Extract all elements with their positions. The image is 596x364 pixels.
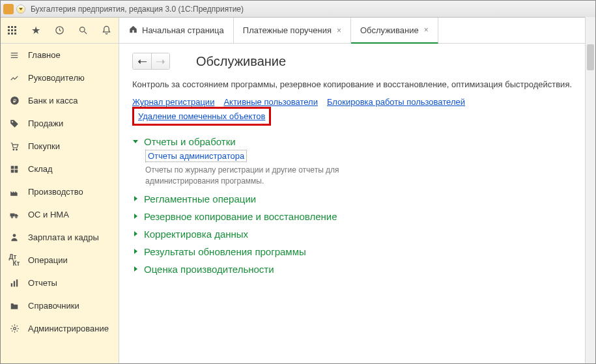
chevron-right-icon: [132, 229, 140, 239]
tab-0[interactable]: Начальная страница: [119, 18, 234, 43]
boxes-icon: [8, 163, 20, 175]
section-title: Оценка производительности: [144, 264, 274, 275]
chart-icon: [8, 72, 20, 84]
sidebar-item-4[interactable]: Покупки: [1, 135, 119, 158]
sidebar-item-3[interactable]: Продажи: [1, 112, 119, 135]
back-button[interactable]: 🠐: [133, 53, 151, 69]
search-icon[interactable]: [72, 18, 95, 43]
top-link-3[interactable]: Удаление помеченных объектов: [132, 107, 271, 126]
top-link-0[interactable]: Журнал регистрации: [132, 97, 214, 107]
svg-rect-1: [11, 26, 13, 28]
section-5: Оценка производительности: [132, 264, 582, 275]
cart-icon: [8, 141, 20, 152]
tabs-row: Начальная страницаПлатежные поручения×Об…: [119, 18, 595, 44]
sidebar-item-label: Банк и касса: [28, 96, 78, 105]
svg-point-27: [13, 234, 16, 237]
section-header-2[interactable]: Резервное копирование и восстановление: [132, 211, 582, 222]
scrollbar[interactable]: [585, 17, 595, 363]
sidebar-item-label: Производство: [28, 187, 83, 197]
star-icon[interactable]: ★: [24, 18, 48, 43]
top-links: Журнал регистрацииАктивные пользователиБ…: [132, 97, 582, 126]
page-description: Контроль за состоянием программы, резерв…: [132, 79, 582, 91]
gear-icon: [8, 323, 20, 335]
svg-rect-30: [16, 279, 18, 287]
svg-rect-8: [14, 33, 16, 35]
svg-text:₽: ₽: [13, 98, 16, 104]
top-link-1[interactable]: Активные пользователи: [223, 97, 318, 107]
section-header-3[interactable]: Корректировка данных: [132, 229, 582, 240]
section-title: Отчеты и обработки: [144, 136, 236, 147]
chevron-down-icon: [132, 137, 140, 147]
title-dropdown-button[interactable]: [16, 5, 25, 14]
history-icon[interactable]: [48, 18, 71, 43]
sidebar-item-10[interactable]: Отчеты: [1, 272, 119, 294]
sidebar-item-label: Зарплата и кадры: [28, 232, 99, 242]
section-title: Регламентные операции: [144, 193, 256, 204]
section-header-1[interactable]: Регламентные операции: [132, 193, 582, 204]
svg-line-11: [85, 31, 87, 34]
sidebar-item-11[interactable]: Справочники: [1, 294, 119, 317]
tab-2[interactable]: Обслуживание×: [351, 18, 438, 44]
scrollbar-thumb[interactable]: [587, 44, 594, 70]
section-title: Корректировка данных: [144, 229, 248, 240]
sidebar-item-9[interactable]: ДтКтОперации: [1, 249, 119, 272]
sidebar-item-1[interactable]: Руководителю: [1, 66, 119, 89]
factory-icon: [8, 186, 20, 198]
sidebar-item-7[interactable]: ОС и НМА: [1, 203, 119, 226]
sidebar-item-label: Главное: [28, 50, 61, 60]
tab-1[interactable]: Платежные поручения×: [234, 18, 351, 43]
sidebar-item-6[interactable]: Производство: [1, 180, 119, 203]
close-icon[interactable]: ×: [337, 26, 341, 35]
page-body: 🠐 🠒 Обслуживание Контроль за состоянием …: [119, 44, 595, 290]
tab-label: Платежные поручения: [243, 25, 332, 35]
section-title: Результаты обновления программы: [144, 246, 306, 257]
sidebar-item-12[interactable]: Администрирование: [1, 317, 119, 340]
section-header-0[interactable]: Отчеты и обработки: [132, 136, 582, 147]
person-icon: [8, 232, 20, 244]
section-4: Результаты обновления программы: [132, 246, 582, 257]
apps-icon[interactable]: [1, 18, 24, 43]
close-icon[interactable]: ×: [424, 25, 429, 35]
bell-icon[interactable]: [95, 18, 119, 43]
svg-point-31: [13, 328, 16, 330]
svg-rect-6: [8, 33, 10, 35]
section-header-5[interactable]: Оценка производительности: [132, 264, 582, 275]
svg-rect-7: [11, 33, 13, 35]
admin-reports-link[interactable]: Отчеты администратора: [145, 150, 247, 162]
svg-rect-21: [15, 165, 18, 169]
svg-rect-29: [14, 281, 15, 287]
chevron-right-icon: [132, 247, 140, 257]
top-link-2[interactable]: Блокировка работы пользователей: [327, 97, 465, 107]
svg-rect-20: [11, 165, 14, 169]
section-0: Отчеты и обработкиОтчеты администратораО…: [132, 136, 582, 187]
sidebar-item-label: Продажи: [28, 119, 63, 128]
svg-point-25: [11, 216, 12, 217]
svg-point-10: [80, 27, 85, 33]
sidebar-item-0[interactable]: Главное: [1, 44, 119, 66]
forward-button[interactable]: 🠒: [151, 53, 169, 69]
sidebar-item-label: Склад: [28, 164, 53, 174]
sidebar-toolbar: ★: [1, 18, 119, 44]
section-header-4[interactable]: Результаты обновления программы: [132, 246, 582, 257]
content-area: Начальная страницаПлатежные поручения×Об…: [119, 18, 595, 363]
sidebar-item-label: Администрирование: [28, 324, 109, 333]
sidebar-item-label: ОС и НМА: [28, 210, 69, 219]
section-sub-desc: Отчеты по журналу регистрации и другие о…: [145, 165, 393, 187]
sidebar: ★ ГлавноеРуководителю₽Банк и кассаПродаж…: [1, 18, 119, 363]
sidebar-item-2[interactable]: ₽Банк и касса: [1, 89, 119, 112]
section-title: Резервное копирование и восстановление: [144, 211, 337, 222]
svg-rect-2: [14, 26, 16, 28]
tab-label: Начальная страница: [142, 25, 224, 35]
sidebar-item-label: Покупки: [28, 141, 60, 151]
bars-icon: [8, 277, 20, 289]
svg-rect-5: [14, 29, 16, 31]
sidebar-item-label: Отчеты: [28, 278, 57, 288]
nav-buttons: 🠐 🠒: [132, 53, 170, 70]
svg-point-26: [16, 216, 17, 217]
sidebar-item-5[interactable]: Склад: [1, 158, 119, 180]
ruble-icon: ₽: [8, 95, 20, 107]
sidebar-item-8[interactable]: Зарплата и кадры: [1, 226, 119, 249]
chevron-right-icon: [132, 212, 140, 221]
svg-rect-24: [10, 213, 15, 216]
section-body-0: Отчеты администратораОтчеты по журналу р…: [132, 150, 582, 187]
